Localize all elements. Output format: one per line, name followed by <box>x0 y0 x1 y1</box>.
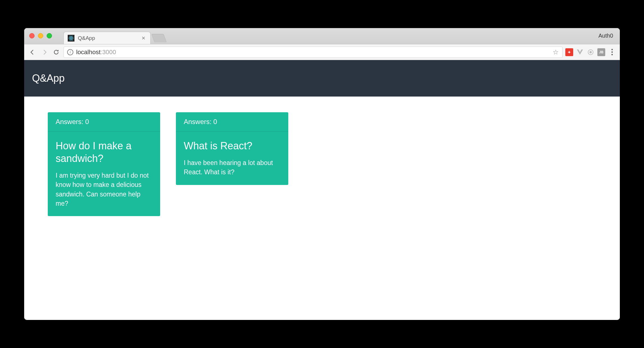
tab-row: Q&App × <box>64 28 165 44</box>
card-answers-count: Answers: 0 <box>176 112 288 132</box>
app-navbar: Q&App <box>24 60 620 97</box>
tab-title: Q&App <box>78 35 137 41</box>
url-text: localhost:3000 <box>76 49 550 56</box>
back-button[interactable] <box>28 48 37 57</box>
chrome-toolbar: i localhost:3000 ☆ ✦ JB <box>24 44 620 60</box>
react-favicon-icon <box>68 35 74 42</box>
card-title: What is React? <box>184 139 280 152</box>
extension-icon-1[interactable]: ✦ <box>565 48 573 56</box>
new-tab-button[interactable] <box>151 34 167 42</box>
window-controls <box>29 33 52 38</box>
chrome-tabbar: Q&App × Auth0 <box>24 28 620 44</box>
cards-container: Answers: 0 How do I make a sandwich? I a… <box>24 97 620 232</box>
svg-point-6 <box>590 51 591 53</box>
minimize-window-button[interactable] <box>38 33 43 38</box>
bookmark-star-icon[interactable]: ☆ <box>553 48 559 56</box>
chrome-menu-button[interactable] <box>608 48 616 56</box>
profile-label[interactable]: Auth0 <box>598 33 613 39</box>
browser-window: Q&App × Auth0 i localhost:3000 ☆ ✦ <box>24 28 620 320</box>
jb-extension-icon[interactable]: JB <box>597 48 605 56</box>
address-bar[interactable]: i localhost:3000 ☆ <box>64 47 563 58</box>
navbar-brand[interactable]: Q&App <box>32 72 65 84</box>
card-answers-count: Answers: 0 <box>48 112 160 132</box>
svg-point-4 <box>71 38 72 39</box>
card-text: I am trying very hard but I do not know … <box>56 171 152 208</box>
page-viewport: Q&App Answers: 0 How do I make a sandwic… <box>24 60 620 320</box>
site-info-icon[interactable]: i <box>67 49 73 55</box>
question-card[interactable]: Answers: 0 How do I make a sandwich? I a… <box>48 112 160 216</box>
extension-icon-3[interactable] <box>587 48 595 56</box>
card-body: What is React? I have been hearing a lot… <box>176 132 288 185</box>
card-body: How do I make a sandwich? I am trying ve… <box>48 132 160 216</box>
close-window-button[interactable] <box>29 33 35 38</box>
browser-tab[interactable]: Q&App × <box>64 32 151 44</box>
vue-extension-icon[interactable] <box>576 48 584 56</box>
forward-button[interactable] <box>40 48 49 57</box>
card-text: I have been hearing a lot about React. W… <box>184 158 280 177</box>
maximize-window-button[interactable] <box>47 33 52 38</box>
card-title: How do I make a sandwich? <box>56 139 152 165</box>
question-card[interactable]: Answers: 0 What is React? I have been he… <box>176 112 288 185</box>
url-port: :3000 <box>101 49 116 56</box>
url-host: localhost <box>76 49 101 56</box>
tab-close-icon[interactable]: × <box>140 35 146 42</box>
reload-button[interactable] <box>52 48 61 57</box>
